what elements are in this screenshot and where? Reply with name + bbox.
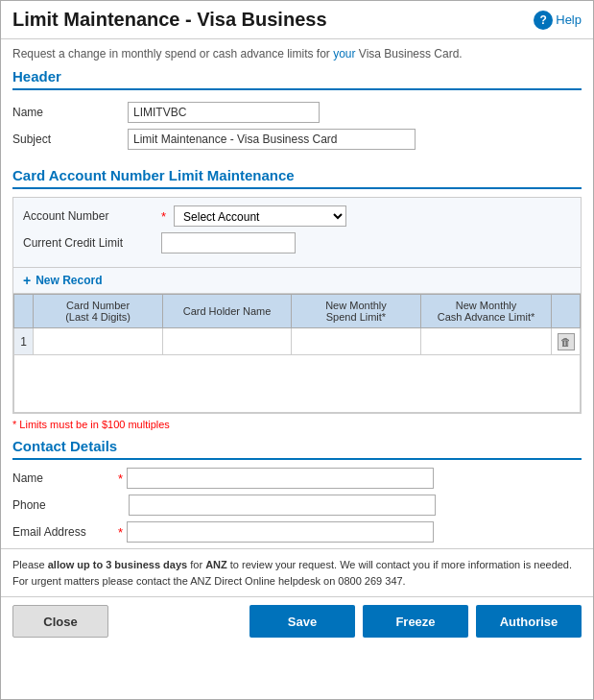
header-divider: [12, 88, 582, 90]
monthly-spend-input[interactable]: [296, 335, 416, 349]
contact-name-input[interactable]: [127, 468, 434, 489]
help-button[interactable]: ? Help: [534, 11, 582, 30]
account-number-row: Account Number * Select Account: [23, 205, 571, 227]
name-input[interactable]: [128, 102, 320, 123]
limits-note-text: Limits must be in $100 multiples: [19, 419, 170, 430]
help-icon: ?: [534, 11, 553, 30]
description-link: your: [333, 47, 355, 60]
footer-anz-text: ANZ: [205, 559, 227, 570]
close-button[interactable]: Close: [12, 605, 108, 638]
holder-name-input[interactable]: [167, 335, 287, 349]
card-divider: [12, 187, 582, 189]
empty-cell: [14, 355, 581, 413]
table-row: 1 🗑: [14, 328, 581, 355]
contact-name-label: Name: [12, 471, 118, 485]
delete-row-button[interactable]: 🗑: [558, 333, 575, 350]
name-row: Name: [12, 102, 582, 123]
plus-icon: +: [23, 273, 31, 288]
new-record-bar[interactable]: + New Record: [13, 267, 581, 293]
action-bar: Close Save Freeze Authorise: [1, 596, 593, 645]
monthly-spend-cell: [291, 328, 420, 355]
account-number-label: Account Number: [23, 209, 157, 223]
new-record-label[interactable]: New Record: [36, 274, 102, 287]
right-actions: Save Freeze Authorise: [249, 605, 582, 638]
contact-email-input[interactable]: [127, 521, 434, 543]
freeze-button[interactable]: Freeze: [363, 605, 468, 638]
contact-email-row: Email Address *: [12, 521, 582, 543]
col-holder-name-header: Card Holder Name: [163, 295, 292, 328]
contact-phone-input[interactable]: [129, 495, 436, 516]
empty-rows: [14, 355, 581, 413]
contact-name-required: *: [118, 471, 123, 486]
card-number-cell: [34, 328, 163, 355]
contact-phone-row: Phone: [12, 495, 582, 516]
credit-limit-row: Current Credit Limit: [23, 232, 571, 253]
credit-limit-label: Current Credit Limit: [23, 236, 157, 250]
contact-section: Name * Phone Email Address *: [1, 468, 593, 543]
description-text: Request a change in monthly spend or cas…: [1, 39, 593, 64]
contact-phone-label: Phone: [12, 498, 118, 512]
save-button[interactable]: Save: [249, 605, 355, 638]
card-section-inner: Account Number * Select Account Current …: [13, 198, 581, 267]
row-number: 1: [14, 328, 34, 355]
page-title: Limit Maintenance - Visa Business: [12, 9, 327, 31]
cash-advance-input[interactable]: [425, 335, 547, 349]
help-label: Help: [556, 12, 582, 27]
limits-table: Card Number(Last 4 Digits) Card Holder N…: [13, 294, 581, 413]
credit-limit-input[interactable]: [161, 232, 296, 253]
name-label: Name: [12, 106, 128, 119]
holder-name-cell: [163, 328, 292, 355]
account-required-star: *: [161, 209, 166, 224]
header-bar: Limit Maintenance - Visa Business ? Help: [1, 1, 593, 39]
card-section-title: Card Account Number Limit Maintenance: [1, 163, 593, 187]
col-num-header: [14, 295, 34, 328]
contact-divider: [12, 458, 582, 460]
card-number-input[interactable]: [37, 335, 158, 349]
account-number-select[interactable]: Select Account: [174, 205, 346, 227]
authorise-button[interactable]: Authorise: [476, 605, 582, 638]
subject-row: Subject: [12, 129, 582, 150]
col-cash-advance-header: New MonthlyCash Advance Limit*: [421, 295, 552, 328]
col-delete-header: [552, 295, 581, 328]
header-form: Name Subject: [1, 98, 593, 163]
footer-allow-text: allow up to 3 business days: [48, 559, 187, 570]
delete-cell: 🗑: [552, 328, 581, 355]
col-card-number-header: Card Number(Last 4 Digits): [34, 295, 163, 328]
limits-note: * Limits must be in $100 multiples: [1, 414, 593, 434]
subject-input[interactable]: [128, 129, 416, 150]
footer-note: Please allow up to 3 business days for A…: [1, 548, 593, 596]
cash-advance-cell: [421, 328, 552, 355]
card-section: Account Number * Select Account Current …: [12, 197, 582, 414]
contact-email-required: *: [118, 525, 123, 540]
table-wrapper: Card Number(Last 4 Digits) Card Holder N…: [13, 293, 581, 413]
contact-section-title: Contact Details: [1, 434, 593, 458]
col-monthly-spend-header: New MonthlySpend Limit*: [291, 295, 420, 328]
contact-email-label: Email Address: [12, 525, 118, 539]
header-section-title: Header: [1, 64, 593, 88]
table-header-row: Card Number(Last 4 Digits) Card Holder N…: [14, 295, 581, 328]
limits-star: *: [12, 419, 16, 430]
subject-label: Subject: [12, 133, 128, 146]
contact-name-row: Name *: [12, 468, 582, 489]
